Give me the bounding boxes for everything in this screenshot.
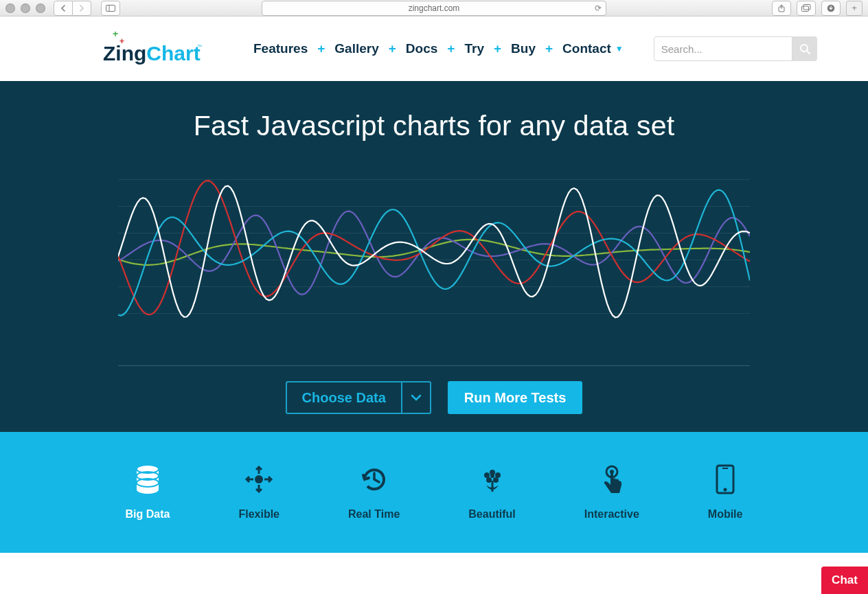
search: [654, 36, 817, 61]
back-button[interactable]: [54, 1, 73, 16]
choose-data-button[interactable]: Choose Data: [286, 381, 401, 414]
feature-interactive[interactable]: Interactive: [584, 464, 639, 521]
svg-line-11: [807, 51, 810, 54]
feature-label: Interactive: [584, 508, 639, 521]
minimize-window-dot[interactable]: [21, 3, 30, 13]
feature-flexible[interactable]: Flexible: [238, 464, 279, 521]
hero-title: Fast Javascript charts for any data set: [0, 81, 868, 142]
feature-label: Real Time: [348, 508, 400, 521]
url-display: zingchart.com: [409, 3, 460, 13]
forward-button[interactable]: [73, 1, 91, 16]
flower-icon: [477, 464, 507, 494]
search-button[interactable]: [792, 36, 817, 61]
svg-text:+: +: [113, 32, 118, 39]
run-more-tests-button[interactable]: Run More Tests: [448, 381, 583, 414]
feature-label: Big Data: [126, 508, 170, 521]
content-area: [0, 553, 868, 578]
feature-big-data[interactable]: Big Data: [126, 464, 170, 521]
main-menu: Features + Gallery + Docs + Try + Buy + …: [251, 38, 626, 59]
database-icon: [133, 464, 163, 494]
svg-point-22: [490, 474, 494, 478]
nav-separator: +: [310, 41, 332, 56]
nav-item-contact-label: Contact: [562, 41, 611, 56]
nav-item-try[interactable]: Try: [461, 38, 487, 59]
chat-widget[interactable]: Chat: [821, 567, 868, 594]
hero-chart: [118, 161, 750, 340]
nav-separator: +: [487, 41, 508, 56]
svg-point-16: [255, 475, 263, 483]
nav-item-docs[interactable]: Docs: [403, 38, 440, 59]
nav-item-buy[interactable]: Buy: [508, 38, 538, 59]
feature-beautiful[interactable]: Beautiful: [468, 464, 515, 521]
nav-separator: +: [440, 41, 461, 56]
hero-buttons: Choose Data Run More Tests: [0, 381, 868, 414]
window-traffic-lights: [5, 3, 45, 13]
svg-rect-3: [802, 6, 809, 12]
phone-icon: [710, 464, 740, 494]
feature-label: Beautiful: [468, 508, 515, 521]
sidebar-toggle-button[interactable]: [101, 1, 120, 16]
choose-data-split-button: Choose Data: [286, 381, 431, 414]
nav-separator: +: [382, 41, 403, 56]
search-icon: [799, 43, 810, 54]
svg-text:™: ™: [197, 44, 202, 49]
choose-data-caret[interactable]: [401, 381, 431, 414]
tabs-button[interactable]: [797, 1, 816, 16]
feature-label: Flexible: [238, 508, 279, 521]
svg-point-18: [484, 472, 490, 478]
share-button[interactable]: [772, 1, 791, 16]
arrows-out-icon: [244, 464, 274, 494]
new-tab-button[interactable]: +: [846, 1, 863, 16]
svg-point-19: [495, 472, 501, 478]
maximize-window-dot[interactable]: [36, 3, 45, 13]
nav-item-contact[interactable]: Contact ▼: [560, 38, 626, 59]
chrome-right-controls: +: [772, 1, 863, 16]
feature-mobile[interactable]: Mobile: [708, 464, 743, 521]
chevron-down-icon: [411, 394, 422, 401]
svg-rect-4: [803, 5, 810, 10]
feature-strip: Big DataFlexibleReal TimeBeautifulIntera…: [0, 432, 868, 553]
nav-item-features[interactable]: Features: [251, 38, 310, 59]
svg-point-26: [724, 488, 727, 492]
zingchart-logo[interactable]: + + ZingChart ™: [103, 32, 203, 66]
site-nav: + + ZingChart ™ Features + Gallery + Doc…: [0, 16, 868, 81]
svg-point-21: [493, 477, 499, 483]
hero: Fast Javascript charts for any data set …: [0, 81, 868, 432]
feature-real-time[interactable]: Real Time: [348, 464, 400, 521]
search-input[interactable]: [654, 36, 792, 61]
svg-point-20: [486, 477, 492, 483]
address-bar[interactable]: zingchart.com ⟳: [262, 1, 606, 16]
close-window-dot[interactable]: [5, 3, 15, 13]
tap-icon: [597, 464, 627, 494]
downloads-button[interactable]: [821, 1, 841, 16]
feature-label: Mobile: [708, 508, 743, 521]
reload-icon[interactable]: ⟳: [595, 3, 602, 13]
clock-back-icon: [359, 464, 389, 494]
nav-item-gallery[interactable]: Gallery: [332, 38, 381, 59]
svg-text:ZingChart: ZingChart: [103, 42, 201, 65]
nav-back-forward: [54, 1, 91, 16]
nav-separator: +: [538, 41, 560, 56]
browser-chrome: zingchart.com ⟳ +: [0, 0, 868, 16]
chevron-down-icon: ▼: [615, 44, 624, 54]
svg-rect-0: [106, 5, 115, 11]
